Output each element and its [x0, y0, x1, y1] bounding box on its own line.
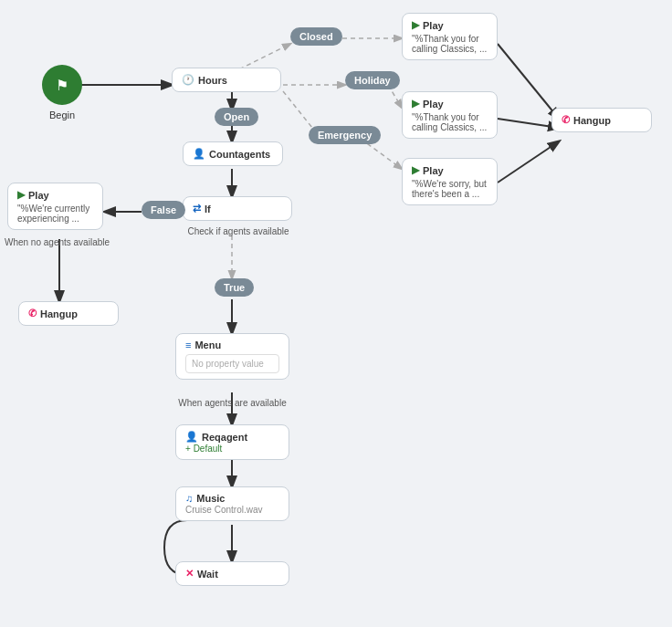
true-pill[interactable]: True [215, 278, 254, 297]
begin-icon: ⚑ [56, 77, 68, 94]
noagents-footer: When no agents available [0, 237, 114, 247]
menu-property: No property value [185, 354, 279, 373]
hangup-right-icon: ✆ [562, 114, 570, 126]
if-sublabel: Check if agents available [170, 226, 307, 236]
emergency-pill[interactable]: Emergency [309, 126, 381, 144]
menu-footer: When agents are available [157, 398, 308, 408]
wait-node[interactable]: ✕ Wait [175, 561, 289, 586]
begin-label: Begin [49, 110, 75, 120]
if-node[interactable]: ⇄ If [183, 196, 292, 221]
flow-canvas: ⚑ Begin 🕐 Hours Closed Holiday Open Emer… [0, 0, 672, 627]
play-holiday-icon: ▶ [412, 98, 419, 110]
play-emergency-icon: ▶ [412, 164, 419, 176]
hangup-left-node[interactable]: ✆ Hangup [18, 301, 119, 326]
music-node[interactable]: ♫ Music Cruise Control.wav [175, 486, 289, 521]
play-holiday-node[interactable]: ▶ Play "%Thank you for calling Classics,… [402, 91, 498, 139]
play-emergency-node[interactable]: ▶ Play "%We're sorry, but there's been a… [402, 158, 498, 205]
hours-node[interactable]: 🕐 Hours [172, 68, 281, 92]
svg-line-8 [498, 141, 559, 183]
clock-icon: 🕐 [182, 74, 194, 86]
reqagent-node[interactable]: 👤 Reqagent + Default [175, 424, 289, 460]
open-pill[interactable]: Open [215, 108, 258, 126]
play-noagents-node[interactable]: ▶ Play "%We're currently experiencing ..… [7, 183, 103, 230]
begin-node[interactable]: ⚑ [42, 65, 82, 105]
if-icon: ⇄ [193, 203, 201, 214]
hours-title: 🕐 Hours [182, 74, 271, 86]
music-icon: ♫ [185, 493, 193, 504]
wait-icon: ✕ [185, 568, 194, 580]
hangup-right-node[interactable]: ✆ Hangup [551, 108, 652, 132]
play-closed-node[interactable]: ▶ Play "%Thank you for calling Classics,… [402, 13, 498, 60]
hangup-left-icon: ✆ [28, 308, 37, 319]
closed-pill[interactable]: Closed [290, 27, 342, 46]
menu-node[interactable]: ≡ Menu No property value [175, 333, 289, 380]
reqagent-icon: 👤 [185, 431, 198, 443]
false-pill[interactable]: False [142, 201, 185, 219]
play-closed-icon: ▶ [412, 19, 419, 31]
menu-icon: ≡ [185, 340, 191, 350]
countagents-icon: 👤 [193, 148, 205, 160]
svg-line-6 [498, 44, 559, 119]
holiday-pill[interactable]: Holiday [345, 71, 400, 89]
countagents-node[interactable]: 👤 Countagents [183, 141, 283, 166]
play-noagents-icon: ▶ [17, 189, 25, 201]
svg-line-7 [498, 119, 559, 128]
